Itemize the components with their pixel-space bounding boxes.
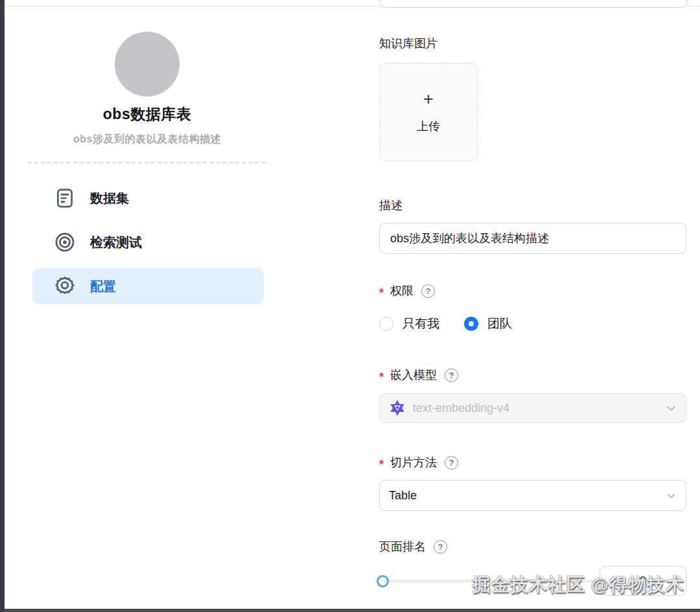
sidebar: obs数据库表 obs涉及到的表以及表结构描述 数据集 检索测试 xyxy=(5,0,290,312)
embedding-model-label: * 嵌入模型 ? xyxy=(379,367,458,383)
question-icon[interactable]: ? xyxy=(445,368,458,382)
chunk-method-label: * 切片方法 ? xyxy=(379,455,458,470)
required-asterisk: * xyxy=(379,287,384,299)
sidebar-menu: 数据集 检索测试 配置 xyxy=(32,180,264,304)
qwen-logo-icon xyxy=(389,400,406,416)
radio-only-me-label: 只有我 xyxy=(402,315,439,332)
description-label: 描述 xyxy=(379,198,402,213)
window-bottom-edge xyxy=(5,609,700,612)
page-rank-label: 页面排名 ? xyxy=(379,539,447,554)
embedding-model-select[interactable]: text-embedding-v4 xyxy=(379,393,686,423)
config-form: 知识库图片 + 上传 描述 * 权限 ? 只有我 团队 xyxy=(379,0,686,612)
sidebar-item-label: 检索测试 xyxy=(90,231,142,253)
knowledge-base-config-page: obs数据库表 obs涉及到的表以及表结构描述 数据集 检索测试 xyxy=(0,0,700,612)
gear-icon xyxy=(54,275,76,297)
plus-icon: + xyxy=(423,91,434,108)
page-rank-slider-rail[interactable] xyxy=(382,580,600,583)
permission-label-text: 权限 xyxy=(390,283,414,299)
radio-team-label: 团队 xyxy=(487,315,512,332)
question-icon[interactable]: ? xyxy=(421,284,435,298)
page-rank-label-text: 页面排名 xyxy=(379,539,426,554)
description-label-text: 描述 xyxy=(379,198,402,213)
sidebar-item-dataset[interactable]: 数据集 xyxy=(32,180,264,216)
embedding-model-value: text-embedding-v4 xyxy=(413,402,509,415)
permission-radio-group: 只有我 团队 xyxy=(379,315,512,332)
chevron-down-icon xyxy=(666,403,677,414)
page-rank-number-input[interactable] xyxy=(600,566,686,596)
page-rank-slider-handle[interactable] xyxy=(377,575,389,587)
radio-only-me[interactable]: 只有我 xyxy=(379,315,439,332)
required-asterisk: * xyxy=(379,459,384,470)
kb-image-label-text: 知识库图片 xyxy=(379,36,438,51)
kb-image-label: 知识库图片 xyxy=(379,36,438,51)
window-left-edge xyxy=(0,0,5,612)
knowledge-base-subtitle: obs涉及到的表以及表结构描述 xyxy=(5,133,290,146)
sidebar-item-config[interactable]: 配置 xyxy=(32,268,264,304)
document-icon xyxy=(54,187,76,209)
question-icon[interactable]: ? xyxy=(434,540,447,554)
sidebar-divider xyxy=(28,162,265,163)
sidebar-item-retrieval-test[interactable]: 检索测试 xyxy=(32,224,264,260)
radio-team[interactable]: 团队 xyxy=(464,315,512,332)
description-input[interactable] xyxy=(379,223,686,254)
upload-label: 上传 xyxy=(417,119,440,134)
target-icon xyxy=(54,231,76,253)
required-asterisk: * xyxy=(379,371,384,383)
radio-checked-icon xyxy=(464,317,478,331)
sidebar-item-label: 数据集 xyxy=(90,187,129,209)
chunk-method-value: Table xyxy=(389,489,417,503)
chevron-down-icon xyxy=(666,490,677,501)
chunk-method-select[interactable]: Table xyxy=(379,480,686,511)
permission-label: * 权限 ? xyxy=(379,283,435,299)
embedding-model-label-text: 嵌入模型 xyxy=(390,367,437,383)
knowledge-base-avatar xyxy=(115,32,180,96)
radio-unchecked-icon xyxy=(379,317,393,331)
image-upload-dropzone[interactable]: + 上传 xyxy=(379,63,478,161)
knowledge-base-title: obs数据库表 xyxy=(5,104,290,124)
chunk-method-label-text: 切片方法 xyxy=(390,455,437,470)
sidebar-item-label: 配置 xyxy=(90,275,116,297)
question-icon[interactable]: ? xyxy=(445,456,458,470)
